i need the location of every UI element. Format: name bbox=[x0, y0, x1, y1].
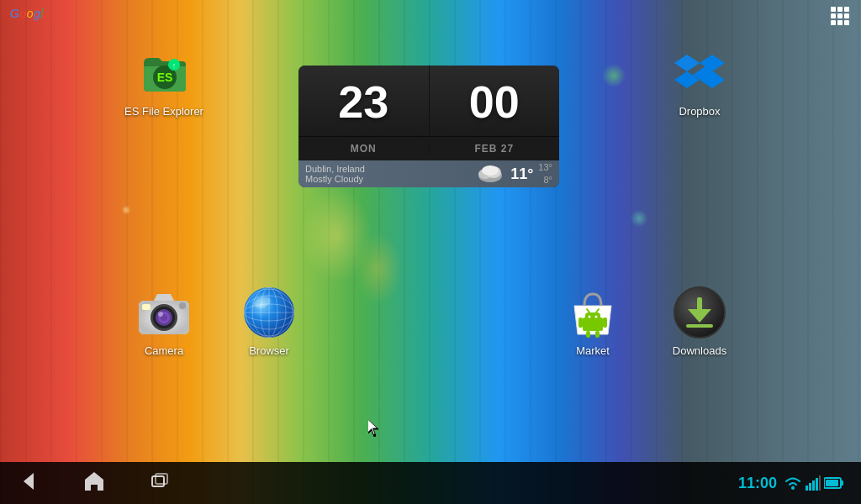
svg-point-23 bbox=[179, 302, 186, 309]
google-logo: Google bbox=[10, 7, 50, 20]
svg-rect-53 bbox=[152, 476, 164, 486]
downloads-icon bbox=[673, 286, 726, 339]
svg-marker-13 bbox=[674, 55, 700, 71]
es-file-explorer-label: ES File Explorer bbox=[124, 105, 203, 118]
camera-label: Camera bbox=[145, 344, 183, 357]
clock-time-display: 23 00 bbox=[298, 66, 559, 137]
desktop: ES ↑ ES File Explorer 23 00 MON FEB 27 bbox=[0, 0, 861, 462]
weather-condition: Mostly Cloudy bbox=[305, 174, 470, 184]
downloads-label: Downloads bbox=[673, 344, 726, 357]
svg-rect-57 bbox=[809, 483, 811, 491]
status-icons bbox=[784, 475, 844, 491]
app-downloads[interactable]: Downloads bbox=[658, 286, 742, 357]
grid-dot bbox=[837, 13, 843, 18]
clock-hour: 23 bbox=[338, 79, 388, 124]
app-drawer-button[interactable] bbox=[831, 7, 851, 27]
signal-icon bbox=[806, 475, 821, 491]
weather-high: 13° bbox=[538, 161, 552, 174]
clock-date: FEB 27 bbox=[430, 143, 560, 155]
app-es-file-explorer[interactable]: ES ↑ ES File Explorer bbox=[122, 46, 206, 118]
navigation-bar: 11:00 bbox=[0, 462, 861, 504]
browser-label: Browser bbox=[249, 344, 289, 357]
svg-point-21 bbox=[158, 312, 163, 317]
status-area: 11:00 bbox=[738, 475, 844, 492]
grid-dot bbox=[844, 7, 849, 12]
svg-rect-63 bbox=[826, 480, 838, 486]
svg-rect-58 bbox=[812, 480, 815, 491]
weather-cloud-icon bbox=[475, 162, 505, 186]
svg-rect-60 bbox=[819, 475, 821, 491]
browser-icon bbox=[242, 286, 296, 339]
svg-marker-49 bbox=[368, 420, 378, 437]
svg-rect-42 bbox=[586, 331, 590, 338]
svg-rect-35 bbox=[585, 312, 600, 321]
grid-dot bbox=[831, 7, 836, 12]
market-icon bbox=[566, 286, 620, 339]
recents-button[interactable] bbox=[148, 470, 172, 496]
app-browser[interactable]: Browser bbox=[227, 286, 311, 357]
clock-day: MON bbox=[298, 143, 430, 155]
weather-strip: Dublin, Ireland Mostly Cloudy 11° 13° 8° bbox=[298, 160, 559, 187]
battery-icon bbox=[824, 476, 844, 490]
clock-hour-panel: 23 bbox=[298, 66, 430, 137]
grid-dot bbox=[837, 7, 843, 12]
nav-buttons-group bbox=[17, 470, 172, 496]
svg-rect-22 bbox=[142, 304, 151, 310]
mouse-cursor bbox=[368, 420, 382, 440]
weather-low: 8° bbox=[538, 174, 552, 186]
home-button[interactable] bbox=[82, 470, 106, 496]
svg-rect-54 bbox=[156, 474, 167, 484]
svg-rect-48 bbox=[686, 324, 713, 328]
svg-rect-56 bbox=[806, 486, 808, 491]
grid-dot bbox=[831, 20, 836, 25]
svg-rect-41 bbox=[603, 318, 607, 328]
grid-dot bbox=[844, 13, 849, 18]
svg-text:ES: ES bbox=[157, 71, 173, 84]
weather-location-container: Dublin, Ireland Mostly Cloudy bbox=[305, 164, 470, 184]
back-button[interactable] bbox=[17, 470, 40, 496]
topbar: Google bbox=[0, 0, 861, 27]
app-camera[interactable]: Camera bbox=[122, 286, 206, 357]
app-dropbox[interactable]: Dropbox bbox=[658, 46, 742, 118]
dropbox-icon bbox=[673, 46, 726, 100]
app-market[interactable]: Market bbox=[551, 286, 635, 357]
svg-rect-40 bbox=[578, 318, 583, 328]
svg-marker-50 bbox=[368, 420, 377, 434]
clock-minute-panel: 00 bbox=[430, 66, 560, 137]
wifi-icon bbox=[784, 475, 802, 491]
weather-current-temp: 11° bbox=[510, 165, 533, 183]
svg-point-7 bbox=[482, 165, 499, 176]
svg-point-36 bbox=[589, 316, 591, 318]
market-label: Market bbox=[576, 344, 610, 357]
svg-rect-59 bbox=[816, 478, 818, 491]
clock-minute: 00 bbox=[469, 79, 520, 124]
svg-text:↑: ↑ bbox=[172, 61, 177, 70]
grid-dot bbox=[837, 20, 843, 25]
svg-point-37 bbox=[595, 316, 598, 318]
grid-dot bbox=[831, 13, 836, 18]
clock-date-strip: MON FEB 27 bbox=[298, 137, 559, 160]
svg-rect-43 bbox=[595, 331, 600, 338]
svg-rect-62 bbox=[841, 480, 843, 486]
clock-widget[interactable]: 23 00 MON FEB 27 Dublin, Ireland Mostly … bbox=[298, 66, 559, 187]
weather-location: Dublin, Ireland bbox=[305, 164, 470, 174]
weather-minmax: 13° 8° bbox=[538, 161, 552, 187]
status-time: 11:00 bbox=[738, 475, 777, 492]
dropbox-label: Dropbox bbox=[679, 105, 720, 118]
grid-dot bbox=[844, 20, 849, 25]
svg-marker-52 bbox=[85, 472, 103, 491]
es-file-explorer-icon: ES ↑ bbox=[137, 46, 191, 100]
svg-point-55 bbox=[791, 486, 795, 490]
camera-icon bbox=[137, 286, 191, 339]
svg-marker-51 bbox=[24, 473, 34, 490]
